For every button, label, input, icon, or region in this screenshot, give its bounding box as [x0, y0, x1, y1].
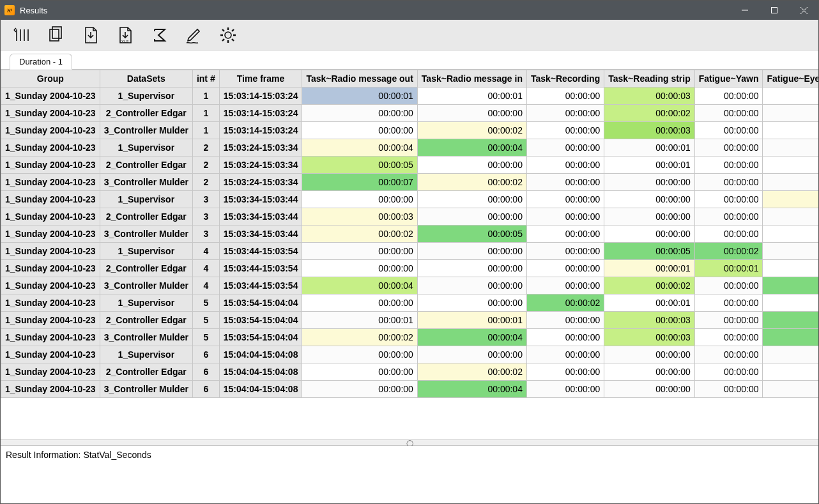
cell-rmo[interactable]: 00:00:02 [302, 225, 417, 243]
cell-rmi[interactable]: 00:00:04 [417, 139, 526, 157]
cell-rec[interactable]: 00:00:00 [526, 122, 604, 139]
stats-button[interactable] [148, 24, 171, 47]
cell-rmo[interactable]: 00:00:00 [302, 105, 417, 122]
table-row[interactable]: 1_Sunday 2004-10-233_Controller Mulder41… [1, 277, 819, 294]
cell-rmi[interactable]: 00:00:00 [417, 277, 526, 294]
cell-rmo[interactable]: 00:00:00 [302, 122, 417, 139]
table-row[interactable]: 1_Sunday 2004-10-231_Supervisor315:03:34… [1, 191, 819, 208]
cell-rmi[interactable]: 00:00:05 [417, 225, 526, 243]
cell-eye[interactable] [763, 157, 818, 174]
cell-yawn[interactable]: 00:00:00 [694, 329, 763, 346]
cell-rmi[interactable]: 00:00:00 [417, 157, 526, 174]
cell-rstrip[interactable]: 00:00:03 [604, 88, 695, 105]
cell-rstrip[interactable]: 00:00:01 [604, 157, 695, 174]
cell-eye[interactable] [763, 174, 818, 191]
cell-eye[interactable] [763, 346, 818, 363]
column-header-rmi[interactable]: Task~Radio message in [417, 70, 526, 88]
table-row[interactable]: 1_Sunday 2004-10-233_Controller Mulder21… [1, 174, 819, 191]
export-csv-button[interactable]: ··· [79, 24, 102, 47]
cell-rec[interactable]: 00:00:00 [526, 157, 604, 174]
cell-rstrip[interactable]: 00:00:02 [604, 105, 695, 122]
cell-rec[interactable]: 00:00:00 [526, 88, 604, 105]
cell-yawn[interactable]: 00:00:00 [694, 157, 763, 174]
cell-rstrip[interactable]: 00:00:00 [604, 174, 695, 191]
cell-yawn[interactable]: 00:00:00 [694, 346, 763, 363]
cell-rmi[interactable]: 00:00:00 [417, 105, 526, 122]
cell-yawn[interactable]: 00:00:01 [694, 260, 763, 277]
cell-rec[interactable]: 00:00:00 [526, 174, 604, 191]
column-header-int[interactable]: int # [192, 70, 219, 88]
cell-rstrip[interactable]: 00:00:00 [604, 381, 695, 398]
column-header-rec[interactable]: Task~Recording [526, 70, 604, 88]
settings-button[interactable] [217, 24, 240, 47]
minimize-button[interactable] [730, 1, 760, 20]
cell-eye[interactable] [763, 122, 818, 139]
cell-yawn[interactable]: 00:00:02 [694, 243, 763, 260]
table-row[interactable]: 1_Sunday 2004-10-232_Controller Edgar415… [1, 260, 819, 277]
cell-eye[interactable] [763, 225, 818, 243]
table-row[interactable]: 1_Sunday 2004-10-233_Controller Mulder11… [1, 122, 819, 139]
cell-yawn[interactable]: 00:00:00 [694, 88, 763, 105]
cell-rec[interactable]: 00:00:00 [526, 225, 604, 243]
table-row[interactable]: 1_Sunday 2004-10-231_Supervisor515:03:54… [1, 294, 819, 312]
cell-yawn[interactable]: 00:00:00 [694, 174, 763, 191]
cell-rec[interactable]: 00:00:00 [526, 243, 604, 260]
cell-yawn[interactable]: 00:00:00 [694, 225, 763, 243]
cell-rec[interactable]: 00:00:00 [526, 363, 604, 381]
table-row[interactable]: 1_Sunday 2004-10-231_Supervisor115:03:14… [1, 88, 819, 105]
cell-rstrip[interactable]: 00:00:00 [604, 208, 695, 225]
results-grid[interactable]: GroupDataSetsint #Time frameTask~Radio m… [1, 70, 818, 398]
cell-rmo[interactable]: 00:00:02 [302, 329, 417, 346]
cell-yawn[interactable]: 00:00:00 [694, 312, 763, 329]
cell-eye[interactable] [763, 277, 818, 294]
cell-rmi[interactable]: 00:00:00 [417, 294, 526, 312]
cell-rec[interactable]: 00:00:00 [526, 139, 604, 157]
column-header-rmo[interactable]: Task~Radio message out [302, 70, 417, 88]
cell-rmo[interactable]: 00:00:00 [302, 363, 417, 381]
cell-eye[interactable] [763, 329, 818, 346]
cell-rstrip[interactable]: 00:00:01 [604, 294, 695, 312]
cell-yawn[interactable]: 00:00:00 [694, 105, 763, 122]
cell-rec[interactable]: 00:00:00 [526, 329, 604, 346]
cell-eye[interactable] [763, 260, 818, 277]
cell-rmi[interactable]: 00:00:00 [417, 260, 526, 277]
cell-rec[interactable]: 00:00:00 [526, 208, 604, 225]
cell-yawn[interactable]: 00:00:00 [694, 294, 763, 312]
tab-duration-1[interactable]: Duration - 1 [10, 54, 72, 70]
cell-rmo[interactable]: 00:00:00 [302, 346, 417, 363]
cell-yawn[interactable]: 00:00:00 [694, 139, 763, 157]
table-row[interactable]: 1_Sunday 2004-10-232_Controller Edgar315… [1, 208, 819, 225]
column-header-yawn[interactable]: Fatigue~Yawn [694, 70, 763, 88]
highlight-button[interactable] [182, 24, 205, 47]
cell-rstrip[interactable]: 00:00:05 [604, 243, 695, 260]
column-header-tf[interactable]: Time frame [219, 70, 302, 88]
cell-rmi[interactable]: 00:00:00 [417, 346, 526, 363]
table-row[interactable]: 1_Sunday 2004-10-231_Supervisor215:03:24… [1, 139, 819, 157]
cell-eye[interactable] [763, 191, 818, 208]
cell-rmi[interactable]: 00:00:02 [417, 174, 526, 191]
cell-rmi[interactable]: 00:00:00 [417, 243, 526, 260]
cell-rstrip[interactable]: 00:00:00 [604, 225, 695, 243]
cell-rmo[interactable]: 00:00:05 [302, 157, 417, 174]
cell-eye[interactable] [763, 381, 818, 398]
table-row[interactable]: 1_Sunday 2004-10-231_Supervisor415:03:44… [1, 243, 819, 260]
cell-rmo[interactable]: 00:00:07 [302, 174, 417, 191]
cell-rstrip[interactable]: 00:00:03 [604, 329, 695, 346]
table-row[interactable]: 1_Sunday 2004-10-233_Controller Mulder61… [1, 381, 819, 398]
cell-yawn[interactable]: 00:00:00 [694, 208, 763, 225]
table-row[interactable]: 1_Sunday 2004-10-231_Supervisor615:04:04… [1, 346, 819, 363]
cell-eye[interactable] [763, 363, 818, 381]
cell-rmi[interactable]: 00:00:01 [417, 312, 526, 329]
cell-rmo[interactable]: 00:00:01 [302, 88, 417, 105]
table-row[interactable]: 1_Sunday 2004-10-232_Controller Edgar115… [1, 105, 819, 122]
cell-rstrip[interactable]: 00:00:03 [604, 122, 695, 139]
cell-rec[interactable]: 00:00:00 [526, 105, 604, 122]
cell-eye[interactable] [763, 243, 818, 260]
export-xls-button[interactable]: XLS [113, 24, 136, 47]
cell-rstrip[interactable]: 00:00:00 [604, 363, 695, 381]
cell-rstrip[interactable]: 00:00:01 [604, 139, 695, 157]
cell-rmi[interactable]: 00:00:04 [417, 381, 526, 398]
column-header-eye[interactable]: Fatigue~Eye [763, 70, 818, 88]
table-row[interactable]: 1_Sunday 2004-10-232_Controller Edgar515… [1, 312, 819, 329]
cell-rmi[interactable]: 00:00:02 [417, 363, 526, 381]
